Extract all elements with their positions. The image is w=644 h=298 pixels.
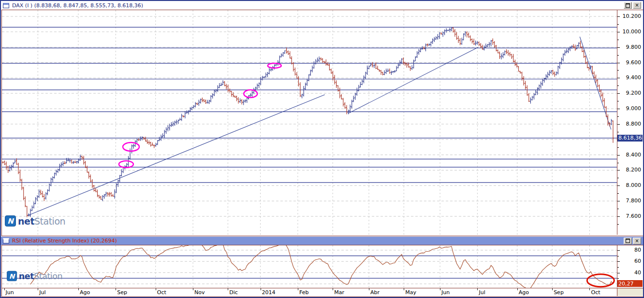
axis-tick bbox=[617, 78, 620, 78]
x-axis-label: Oct bbox=[157, 289, 166, 296]
maximize-icon bbox=[626, 3, 630, 8]
y-axis-label: 7.800 bbox=[626, 198, 642, 204]
axis-tick bbox=[617, 63, 620, 63]
x-axis-label: Sep bbox=[554, 289, 564, 296]
y-axis-label: 9.800 bbox=[626, 44, 642, 50]
axis-tick bbox=[617, 109, 620, 109]
axis-tick bbox=[617, 267, 619, 268]
x-axis-label: Feb bbox=[299, 289, 308, 296]
axis-tick bbox=[617, 32, 620, 32]
window-icon bbox=[3, 3, 9, 8]
y-axis-label: 10.000 bbox=[623, 28, 642, 35]
x-axis-tick bbox=[333, 288, 333, 290]
axis-tick bbox=[617, 16, 620, 17]
netstation-window: DAX (I ) (8.838,68, 8.847,85, 8.555,73, … bbox=[0, 0, 644, 298]
window-icon bbox=[3, 238, 9, 243]
rsi-chart[interactable] bbox=[2, 245, 617, 288]
axis-tick bbox=[617, 256, 619, 256]
y-axis-label: 40 bbox=[634, 270, 641, 276]
y-axis-label: 80 bbox=[634, 247, 641, 253]
axis-tick bbox=[617, 178, 619, 178]
axis-tick bbox=[617, 55, 619, 56]
axis-tick bbox=[617, 24, 619, 25]
axis-tick bbox=[617, 250, 620, 251]
axis-tick bbox=[617, 47, 620, 48]
ohlc-bars-up bbox=[9, 28, 612, 217]
x-axis-tick bbox=[261, 288, 261, 290]
rsi-indicator-pane: 80604020,27 JunJulAgoSepOctNovDic2014Feb… bbox=[1, 245, 644, 297]
axis-tick bbox=[617, 185, 620, 186]
axis-tick bbox=[617, 116, 619, 117]
rsi-line bbox=[30, 245, 613, 288]
y-axis-label: 8.000 bbox=[626, 182, 642, 188]
maximize-button[interactable] bbox=[624, 238, 632, 244]
x-axis-label: Ago bbox=[519, 289, 529, 296]
x-axis-tick bbox=[517, 288, 518, 290]
axis-tick bbox=[617, 201, 620, 201]
axis-tick bbox=[617, 261, 620, 262]
date-axis: JunJulAgoSepOctNovDic2014FebMarAbrMayJun… bbox=[2, 288, 617, 297]
y-axis-label: 9.200 bbox=[626, 90, 642, 96]
axis-tick bbox=[617, 278, 619, 279]
y-axis-label: 8.200 bbox=[626, 167, 642, 173]
axis-tick bbox=[617, 93, 620, 94]
x-axis-label: Oct bbox=[591, 289, 600, 296]
maximize-icon bbox=[626, 239, 630, 243]
close-button[interactable]: × bbox=[633, 2, 641, 9]
x-axis-label: Jul bbox=[39, 289, 45, 296]
rsi-pane-titlebar[interactable]: RSI (Relative Strength Index) (20,2694) … bbox=[1, 237, 643, 245]
axis-tick bbox=[617, 40, 619, 40]
y-axis-label: 8.800 bbox=[626, 121, 642, 127]
axis-tick bbox=[617, 209, 619, 209]
axis-tick bbox=[617, 70, 619, 71]
x-axis-label: Jun bbox=[6, 289, 14, 296]
x-axis-label: May bbox=[405, 289, 416, 296]
x-axis-tick bbox=[116, 288, 116, 290]
axis-corner-filler bbox=[617, 288, 643, 296]
ohlc-bars-down bbox=[2, 27, 614, 217]
rsi-alert-ellipse bbox=[587, 274, 614, 287]
dax-chart-pane: 10.20010.0009.8009.6009.4009.2009.0008.8… bbox=[1, 10, 644, 236]
x-axis-label: Jun bbox=[441, 289, 450, 296]
x-axis-label: 2014 bbox=[262, 289, 276, 296]
axis-tick bbox=[617, 193, 619, 194]
x-axis-tick bbox=[156, 288, 156, 290]
rsi-value-tag: 20,27 bbox=[617, 280, 643, 287]
x-axis-tick bbox=[404, 288, 404, 290]
y-axis-label: 10.200 bbox=[623, 13, 642, 19]
x-axis-label: Dic bbox=[229, 289, 238, 296]
x-axis-tick bbox=[552, 288, 553, 290]
y-axis-label: 60 bbox=[634, 258, 641, 264]
x-axis-tick bbox=[4, 288, 5, 290]
axis-tick bbox=[617, 155, 620, 156]
close-button[interactable]: × bbox=[633, 238, 641, 244]
x-axis-tick bbox=[298, 288, 298, 290]
x-axis-tick bbox=[477, 288, 478, 290]
dax-price-chart[interactable] bbox=[2, 10, 617, 235]
y-axis-label: 9.000 bbox=[626, 105, 642, 112]
maximize-button[interactable] bbox=[624, 2, 632, 9]
x-axis-tick bbox=[78, 288, 79, 290]
axis-tick bbox=[617, 224, 619, 225]
annotation-ellipse bbox=[123, 142, 139, 151]
x-axis-label: Ago bbox=[80, 289, 90, 296]
x-axis-label: Abr bbox=[370, 289, 380, 296]
x-axis-label: Jul bbox=[479, 289, 485, 296]
axis-tick bbox=[617, 163, 619, 163]
dax-pane-titlebar[interactable]: DAX (I ) (8.838,68, 8.847,85, 8.555,73, … bbox=[1, 1, 643, 10]
axis-tick bbox=[617, 216, 620, 217]
last-price-tag: 8.618,36 bbox=[617, 135, 643, 142]
x-axis-tick bbox=[38, 288, 38, 290]
y-axis-label: 9.400 bbox=[626, 74, 642, 81]
x-axis-tick bbox=[369, 288, 369, 290]
dax-pane-title: DAX (I ) (8.838,68, 8.847,85, 8.555,73, … bbox=[12, 2, 143, 9]
y-axis-label: 9.600 bbox=[626, 59, 642, 66]
x-axis-tick bbox=[589, 288, 590, 290]
x-axis-label: Sep bbox=[117, 289, 127, 296]
x-axis-tick bbox=[440, 288, 440, 290]
dax-price-axis: 10.20010.0009.8009.6009.4009.2009.0008.8… bbox=[617, 10, 643, 235]
axis-tick bbox=[617, 85, 619, 86]
y-axis-label: 7.600 bbox=[626, 213, 642, 219]
rsi-value-axis: 80604020,27 bbox=[617, 245, 643, 287]
x-axis-tick bbox=[193, 288, 193, 290]
